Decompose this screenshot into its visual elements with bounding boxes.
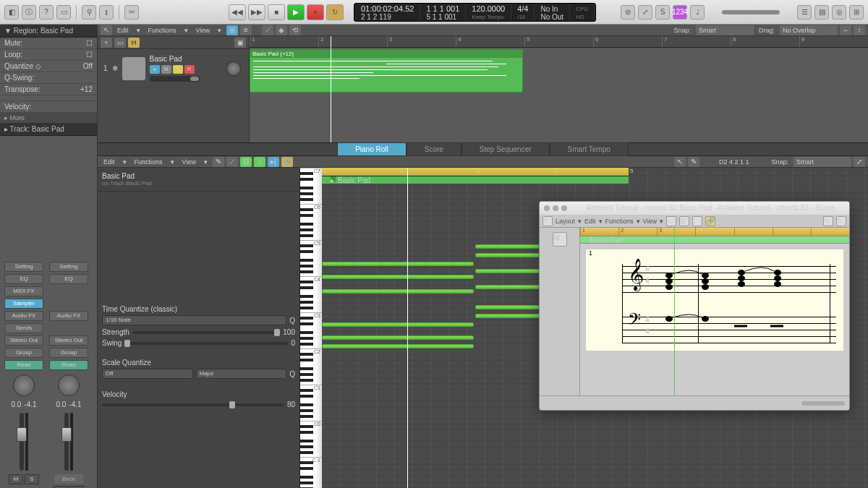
tab-smart-tempo[interactable]: Smart Tempo (550, 142, 629, 156)
back-icon[interactable]: ↖ (542, 216, 553, 226)
midi-icon[interactable]: ♩ (692, 216, 702, 226)
functions-menu[interactable]: Functions (145, 27, 179, 34)
pencil-icon[interactable]: ✎ (688, 157, 699, 167)
play-button[interactable]: ▶ (287, 4, 305, 20)
edit-menu[interactable]: Edit (584, 218, 596, 225)
score-window[interactable]: Ambient Tutorial - chords S1:Basic Pad -… (539, 201, 850, 411)
tuner-icon[interactable]: ⫿ (99, 5, 114, 20)
duplicate-icon[interactable]: ▭ (114, 38, 126, 48)
functions-menu[interactable]: Functions (132, 158, 166, 166)
track-pan-knob[interactable] (226, 61, 241, 76)
record-enable-button[interactable]: R (184, 65, 195, 74)
automation-button[interactable]: Read (4, 360, 43, 370)
eq-button[interactable]: EQ (4, 274, 43, 284)
global-tracks-icon[interactable]: ▣ (234, 38, 246, 48)
zoom-slider[interactable] (801, 401, 845, 406)
volume-fader[interactable] (20, 413, 24, 471)
midi-note[interactable] (322, 335, 474, 340)
quantize-value[interactable]: Off (83, 62, 93, 70)
hide-button[interactable]: H (128, 38, 140, 48)
track-freeze-icon[interactable]: ❄ (112, 64, 118, 72)
bass-staff[interactable]: 𝄢 44 (622, 314, 836, 343)
pointer-icon[interactable]: ↖ (674, 157, 686, 167)
midi-note[interactable] (322, 344, 474, 348)
tool-icon[interactable]: ✎ (213, 157, 224, 167)
solo-icon[interactable]: S (655, 5, 670, 20)
link-icon[interactable]: 🔗 (281, 157, 293, 167)
auto-icon[interactable]: ⟋ (226, 157, 238, 167)
pan-knob[interactable] (58, 374, 80, 396)
rewind-button[interactable]: ◀◀ (229, 4, 246, 20)
part-box-icon[interactable]: ▦ (553, 232, 567, 247)
midi-note[interactable] (322, 262, 474, 266)
strength-slider[interactable] (132, 331, 281, 334)
score-main[interactable]: 1 2 3 Basic Pad 1 𝄞 44 (580, 228, 849, 395)
audiofx-button[interactable]: Audio FX (49, 311, 88, 321)
library-icon[interactable]: ◧ (4, 5, 19, 20)
functions-menu[interactable]: Functions (605, 218, 634, 225)
snap-select[interactable]: Smart (696, 25, 754, 35)
metronome-icon[interactable]: ⚲ (82, 5, 96, 20)
mute-checkbox[interactable]: ☐ (86, 39, 93, 47)
mute-button[interactable]: M (9, 474, 23, 484)
volume-fader[interactable] (64, 413, 69, 471)
midi-note[interactable] (322, 275, 474, 279)
region-header[interactable]: ▼ Region: Basic Pad (0, 25, 97, 38)
midi-out-icon[interactable]: ♪ (254, 157, 265, 167)
layout-menu[interactable]: Layout (556, 218, 575, 225)
metronome2-icon[interactable]: ♩ (690, 5, 705, 20)
quantize-select[interactable]: 1/16 Note (102, 315, 286, 325)
catch-icon[interactable]: ▸| (268, 157, 279, 167)
staff-area[interactable]: 1 𝄞 44 (586, 249, 843, 351)
sampler-button[interactable]: Sampler (4, 299, 43, 309)
back-icon[interactable]: ↖ (101, 25, 112, 35)
edit-menu[interactable]: Edit (114, 27, 132, 34)
output-button[interactable]: Stereo Out (49, 335, 88, 346)
close-icon[interactable] (544, 205, 550, 211)
loop-checkbox[interactable]: ☐ (86, 51, 93, 59)
automation-icon[interactable]: ⟋ (262, 25, 273, 35)
edit-menu[interactable]: Edit (101, 158, 118, 166)
q-button[interactable]: Q (289, 370, 295, 378)
automation-button[interactable]: Read (49, 360, 88, 370)
collapse-icon[interactable]: ⊟ (240, 157, 252, 167)
midi-region[interactable]: Basic Pad (+12) (250, 49, 523, 93)
forward-button[interactable]: ▶▶ (248, 4, 265, 20)
scale-root-select[interactable]: Off (102, 369, 193, 379)
info-icon[interactable]: ⓘ (22, 5, 36, 20)
treble-staff[interactable]: 𝄞 44 (622, 264, 836, 293)
more-disclosure[interactable]: ▸ More (0, 113, 97, 123)
swing-slider[interactable] (124, 342, 288, 345)
midi-note[interactable] (322, 289, 474, 294)
output-button[interactable]: Stereo Out (4, 335, 43, 346)
loop-icon[interactable]: ⟲ (289, 25, 301, 35)
score-titlebar[interactable]: Ambient Tutorial - chords S1:Basic Pad -… (540, 202, 849, 215)
midifx-button[interactable]: MIDI FX (4, 286, 43, 296)
zoom-v-icon[interactable]: ↕ (854, 25, 865, 35)
add-track-button[interactable]: + (101, 38, 112, 48)
minimize-icon[interactable] (553, 205, 558, 211)
count-icon[interactable]: 1234 (673, 5, 687, 20)
drag-select[interactable]: No Overlap (780, 25, 838, 35)
tab-score[interactable]: Score (407, 142, 461, 156)
tab-step-sequencer[interactable]: Step Sequencer (461, 142, 550, 156)
zoom-icon[interactable] (561, 205, 567, 211)
track-row[interactable]: 1 ❄ Basic Pad ● M S R (98, 49, 249, 88)
playhead[interactable] (331, 36, 331, 142)
replace-icon[interactable]: ⤢ (638, 5, 652, 20)
scale-type-select[interactable]: Major (196, 369, 287, 379)
score-ruler[interactable]: 1 2 3 (580, 228, 849, 236)
mute-button[interactable]: M (161, 65, 171, 74)
scissors-icon[interactable]: ✂ (124, 5, 139, 20)
list-icon[interactable]: ≡ (240, 25, 252, 35)
pencil-icon[interactable]: ✎ (836, 216, 846, 226)
view-menu[interactable]: View (643, 218, 657, 225)
track-icon[interactable] (122, 57, 145, 80)
playhead[interactable] (674, 228, 675, 395)
audiofx-button[interactable]: Audio FX (4, 311, 43, 321)
help-icon[interactable]: ? (39, 5, 54, 20)
track-name[interactable]: Basic Pad (150, 55, 220, 63)
eq-button[interactable]: EQ (49, 274, 88, 284)
view-menu[interactable]: View (193, 27, 213, 34)
bounce-button[interactable]: Bnce (54, 474, 83, 484)
